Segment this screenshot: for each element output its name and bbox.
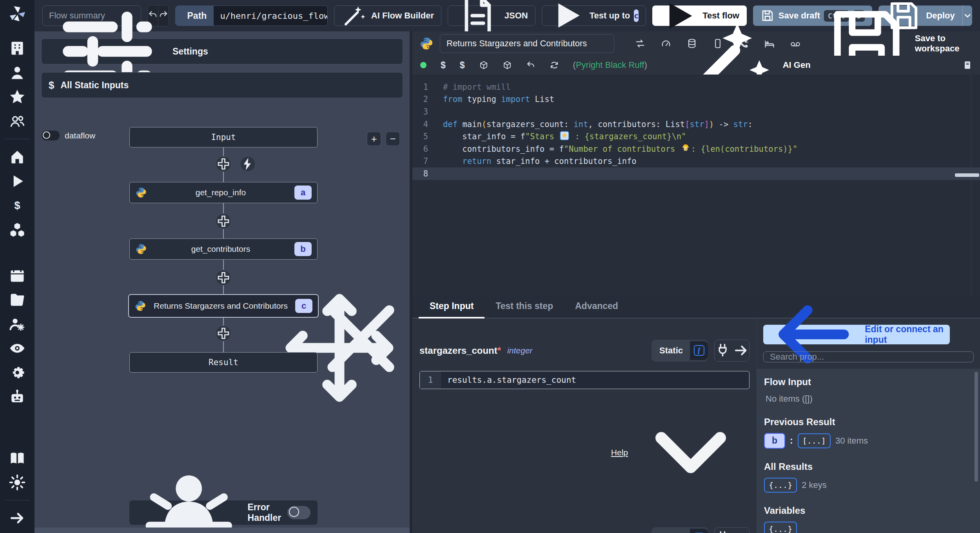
error-handler-node[interactable]: Error Handler	[129, 500, 318, 525]
add-step-button[interactable]	[216, 326, 231, 341]
code-line[interactable]: 8	[412, 167, 980, 180]
tab-advanced[interactable]: Advanced	[564, 296, 629, 318]
ai-gen-label: AI Gen	[783, 60, 811, 70]
static-label: Static	[659, 346, 683, 356]
step-id-badge: b	[294, 242, 312, 256]
code-line[interactable]: 7 return star_info + contributors_info	[412, 155, 980, 168]
search-prop-input[interactable]	[763, 351, 974, 362]
workspace-icon[interactable]	[9, 40, 26, 57]
line-number: 8	[412, 169, 437, 178]
retries-icon[interactable]	[635, 38, 646, 49]
dataflow-toggle[interactable]	[41, 130, 60, 141]
folders-icon[interactable]	[9, 291, 26, 308]
users-settings-icon[interactable]	[9, 315, 26, 333]
lint-assistants-label[interactable]: (Pyright Black Ruff)	[573, 60, 647, 70]
windmill-logo-icon[interactable]	[8, 5, 26, 23]
edit-or-connect-button[interactable]: Edit or connect an input	[763, 325, 950, 344]
path-button[interactable]: Path u/henri/gracious_flow	[175, 5, 328, 26]
tab-test-this-step[interactable]: Test this step	[485, 296, 564, 318]
expand-arrow-icon[interactable]	[9, 509, 26, 527]
groups-icon[interactable]	[9, 113, 26, 130]
graph-node-result[interactable]: Result	[129, 352, 318, 373]
prev-result-key-badge[interactable]: b	[764, 433, 785, 449]
audit-eye-icon[interactable]	[9, 340, 26, 357]
connect-panel-scrollbar[interactable]	[975, 372, 978, 482]
chevron-down-icon[interactable]	[632, 394, 750, 511]
prev-result-array-badge[interactable]: [...]	[798, 433, 831, 448]
error-handler-toggle[interactable]	[287, 506, 310, 519]
resource-dollar-icon[interactable]: $	[460, 60, 465, 71]
static-mode-toggle[interactable]: Static f	[652, 340, 708, 362]
package-box-icon[interactable]	[503, 60, 512, 70]
code-line[interactable]: 6 contributors_info = f"Number of contri…	[412, 143, 980, 155]
editor-scrollbar-track	[971, 75, 971, 296]
code-line[interactable]: 2from typing import List	[412, 93, 980, 106]
trigger-bolt-button[interactable]	[240, 156, 256, 172]
python-icon	[419, 36, 434, 51]
all-results-object-badge[interactable]: {...}	[764, 478, 797, 493]
add-step-button[interactable]	[216, 213, 231, 229]
resources-cubes-icon[interactable]	[9, 221, 26, 238]
zoom-out-button[interactable]: −	[386, 132, 400, 146]
panel-splitter[interactable]	[410, 31, 412, 533]
favorites-star-icon[interactable]	[9, 88, 26, 106]
home-icon[interactable]	[9, 148, 26, 166]
ai-robot-icon[interactable]	[9, 388, 26, 406]
connect-input-plug-button[interactable]	[714, 527, 750, 533]
flow-settings-button[interactable]: Settings	[41, 38, 403, 64]
editor-scrollbar-thumb[interactable]	[955, 173, 979, 177]
plus-cross-icon	[216, 156, 231, 171]
runs-play-icon[interactable]	[9, 173, 26, 190]
code-line[interactable]: 5 star_info = f"Stars : {stargazers_coun…	[412, 130, 980, 143]
theme-sun-icon[interactable]	[9, 474, 26, 491]
test-up-to-button[interactable]: Test up to c	[542, 5, 646, 26]
step-name-input[interactable]	[440, 34, 614, 53]
delete-step-button[interactable]	[312, 290, 410, 387]
zoom-in-button[interactable]: +	[367, 132, 381, 146]
code-editor[interactable]: 1# import wmill2from typing import List3…	[412, 75, 980, 296]
user-icon[interactable]	[9, 64, 26, 81]
plug-icon	[715, 530, 731, 533]
code-text: def main(stargazers_count: int, contribu…	[437, 120, 753, 129]
arrow-right-icon	[733, 342, 749, 358]
ai-flow-builder-button[interactable]: AI Flow Builder	[334, 5, 441, 26]
all-static-inputs-label: All Static Inputs	[60, 80, 129, 91]
edit-or-connect-label: Edit or connect an input	[865, 324, 950, 345]
code-line[interactable]: 3	[412, 106, 980, 118]
package-box-icon[interactable]	[479, 60, 488, 70]
path-value: u/henri/gracious_flow	[214, 6, 328, 25]
add-step-button[interactable]	[216, 270, 231, 286]
line-number: 3	[412, 107, 437, 116]
expression-editor-stargazers[interactable]: 1 results.a.stargazers_count	[419, 371, 750, 389]
settings-gear-icon[interactable]	[9, 364, 26, 381]
schedules-calendar-icon[interactable]	[9, 267, 26, 284]
graph-node-step-b[interactable]: get_contributors b	[129, 238, 318, 260]
variable-dollar-icon[interactable]: $	[441, 60, 446, 71]
graph-node-input[interactable]: Input	[129, 127, 318, 147]
reload-refresh-icon[interactable]	[550, 60, 559, 70]
javascript-expr-toggle[interactable]: f	[690, 529, 708, 533]
required-asterisk: *	[497, 345, 501, 356]
code-text: # import wmill	[437, 82, 511, 92]
add-step-button[interactable]	[216, 156, 231, 172]
javascript-expr-toggle[interactable]: f	[690, 341, 708, 360]
code-line[interactable]: 1# import wmill	[412, 81, 980, 93]
help-link[interactable]: Help	[611, 448, 628, 457]
reset-undo-icon[interactable]	[526, 60, 535, 70]
docs-book-icon[interactable]	[9, 449, 26, 467]
tab-step-input[interactable]: Step Input	[419, 296, 485, 318]
code-line[interactable]: 4def main(stargazers_count: int, contrib…	[412, 118, 980, 131]
variables-dollar-icon[interactable]: $	[9, 197, 26, 214]
save-to-workspace-label: Save to workspace	[915, 33, 973, 54]
flow-horizontal-scrollbar[interactable]	[34, 528, 410, 533]
connect-input-plug-button[interactable]	[714, 340, 750, 362]
library-book-icon[interactable]	[963, 60, 972, 70]
step-name: get_repo_info	[151, 188, 290, 197]
json-button[interactable]: JSON	[448, 5, 535, 26]
static-mode-toggle[interactable]: Static f	[652, 527, 708, 533]
graph-node-step-a[interactable]: get_repo_info a	[129, 182, 318, 203]
variables-object-badge[interactable]: {...}	[764, 522, 797, 533]
editor-toolbar: $ $ (Pyright Black Ruff) AI Gen	[412, 56, 980, 75]
flow-input-title: Flow Input	[764, 377, 973, 387]
all-static-inputs-button[interactable]: $ All Static Inputs	[41, 72, 403, 98]
